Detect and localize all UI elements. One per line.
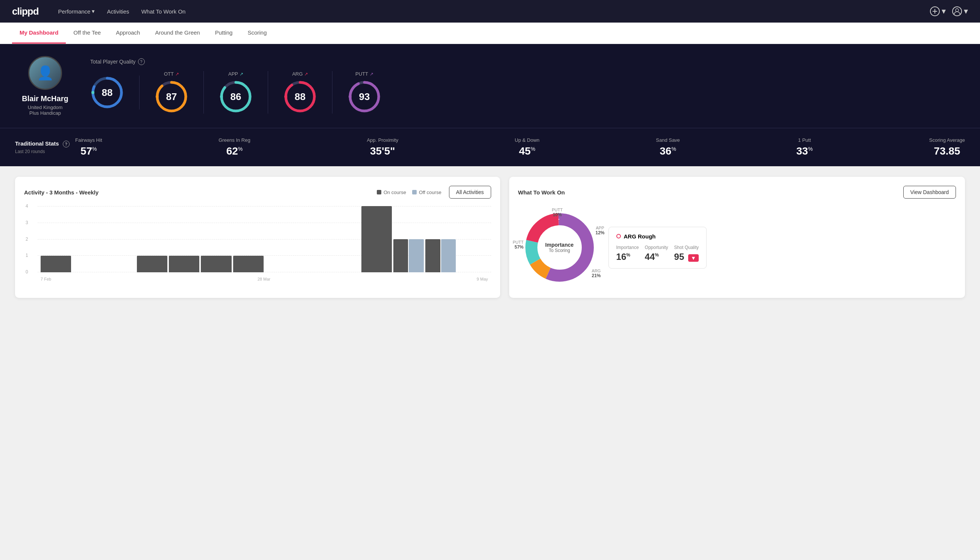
activity-chart-card: Activity - 3 Months - Weekly On course O… — [15, 177, 500, 298]
bar-group-6 — [233, 256, 264, 272]
detail-importance: Importance 16% — [616, 245, 639, 262]
off-course-dot — [412, 190, 417, 195]
bar-group-11 — [393, 239, 424, 272]
arrow-up-icon: ↗ — [240, 72, 243, 77]
arrow-up-icon: ↗ — [304, 72, 308, 77]
svg-point-4 — [955, 8, 958, 12]
tab-around-the-green[interactable]: Around the Green — [147, 23, 207, 43]
donut-label-ott: PUTT 10% — [552, 208, 563, 217]
chevron-down-icon: ▾ — [964, 7, 968, 16]
nav-what-to-work-on[interactable]: What To Work On — [141, 8, 186, 15]
stat-app-proximity: App. Proximity 35'5" — [367, 137, 398, 157]
tab-approach[interactable]: Approach — [108, 23, 147, 43]
detail-stats: Importance 16% Opportunity 44% Shot Qual… — [616, 245, 699, 262]
player-country: United Kingdom — [28, 105, 63, 110]
add-button[interactable]: ▾ — [930, 6, 946, 17]
detail-header: ARG Rough — [616, 233, 699, 240]
app-score-value: 86 — [231, 91, 241, 103]
score-putt: PUTT ↗ 93 — [333, 71, 396, 113]
bar-on-course — [201, 256, 231, 272]
work-card-header: What To Work On View Dashboard — [518, 186, 956, 198]
score-main: 88 — [90, 76, 140, 110]
work-card-title: What To Work On — [518, 189, 565, 195]
chevron-down-icon: ▾ — [942, 7, 946, 16]
work-body: Importance To Scoring PUTT 10% APP 12% A… — [518, 206, 956, 289]
stat-one-putt: 1 Putt 33% — [797, 137, 813, 157]
detail-status-dot — [616, 234, 621, 238]
bar-on-course — [233, 256, 264, 272]
score-ott: OTT ↗ 87 — [140, 71, 204, 113]
detail-opportunity: Opportunity 44% — [645, 245, 668, 262]
tab-scoring[interactable]: Scoring — [240, 23, 274, 43]
nav-actions: ▾ ▾ — [930, 6, 968, 17]
putt-score-value: 93 — [359, 91, 370, 103]
donut-chart: Importance To Scoring PUTT 10% APP 12% A… — [518, 206, 601, 289]
bar-off-course — [409, 239, 424, 272]
detail-name: ARG Rough — [624, 233, 656, 240]
bar-on-course — [41, 256, 71, 272]
brand-logo[interactable]: clippd — [12, 6, 39, 17]
ott-circle: 87 — [155, 80, 188, 113]
donut-label-app: APP 12% — [596, 226, 605, 235]
bars-container — [38, 206, 491, 272]
bar-group-3 — [137, 256, 167, 272]
player-card: 👤 Blair McHarg United Kingdom Plus Handi… — [15, 56, 75, 116]
tab-putting[interactable]: Putting — [208, 23, 240, 43]
tab-off-the-tee[interactable]: Off the Tee — [66, 23, 108, 43]
ott-score-value: 87 — [166, 91, 177, 103]
bar-group-4 — [169, 256, 199, 272]
svg-point-13 — [220, 95, 223, 98]
all-activities-button[interactable]: All Activities — [449, 186, 491, 198]
stat-sand-save: Sand Save 36% — [656, 137, 680, 157]
stats-subtitle: Last 20 rounds — [15, 149, 75, 154]
svg-point-16 — [284, 95, 287, 98]
on-course-dot — [377, 190, 381, 195]
bar-on-course — [137, 256, 167, 272]
chart-header: Activity - 3 Months - Weekly On course O… — [24, 186, 491, 198]
stat-fairways-hit: Fairways Hit 57% — [75, 137, 102, 157]
player-handicap: Plus Handicap — [29, 110, 61, 116]
top-navigation: clippd Performance ▾ Activities What To … — [0, 0, 980, 23]
stat-up-down: Up & Down 45% — [515, 137, 540, 157]
score-arg: ARG ↗ 88 — [268, 71, 333, 113]
bar-group-0 — [41, 256, 71, 272]
trad-stats-info-icon[interactable]: ? — [63, 141, 70, 147]
bar-group-10 — [361, 206, 392, 272]
view-dashboard-button[interactable]: View Dashboard — [903, 186, 956, 198]
shot-quality-badge: ▼ — [688, 254, 699, 262]
x-label-may: 9 May — [477, 277, 488, 281]
score-app: APP ↗ 86 — [204, 71, 268, 113]
scores-title: Total Player Quality ? — [90, 58, 965, 65]
nav-activities[interactable]: Activities — [107, 8, 129, 15]
user-menu[interactable]: ▾ — [952, 6, 968, 17]
bar-on-course — [169, 256, 199, 272]
what-to-work-on-card: What To Work On View Dashboard — [509, 177, 965, 298]
svg-point-19 — [349, 95, 352, 98]
main-circle: 88 — [90, 76, 124, 110]
info-icon[interactable]: ? — [138, 58, 145, 65]
bar-off-course — [441, 239, 456, 272]
svg-point-10 — [156, 95, 159, 98]
tab-my-dashboard[interactable]: My Dashboard — [12, 23, 66, 43]
chevron-down-icon: ▾ — [92, 8, 95, 15]
arg-circle: 88 — [283, 80, 317, 113]
bar-group-5 — [201, 256, 231, 272]
bar-on-course — [393, 239, 408, 272]
legend-off-course: Off course — [412, 190, 441, 195]
arrow-up-icon: ↗ — [175, 72, 179, 77]
stat-scoring-avg: Scoring Average 73.85 — [929, 137, 965, 157]
donut-label-arg: ARG 21% — [592, 268, 601, 278]
nav-performance[interactable]: Performance ▾ — [58, 8, 95, 15]
detail-panel: ARG Rough Importance 16% Opportunity 44% — [609, 227, 707, 268]
avatar: 👤 — [28, 56, 62, 90]
x-labels: 7 Feb 28 Mar 9 May — [38, 277, 491, 281]
content-area: Activity - 3 Months - Weekly On course O… — [0, 166, 980, 308]
chart-legend: On course Off course — [377, 190, 441, 195]
tab-bar: My Dashboard Off the Tee Approach Around… — [0, 23, 980, 44]
arrow-up-icon: ↗ — [369, 72, 373, 77]
legend-on-course: On course — [377, 190, 406, 195]
putt-circle: 93 — [348, 80, 381, 113]
stats-bar: Traditional Stats ? Last 20 rounds Fairw… — [0, 128, 980, 166]
donut-label-putt: PUTT 57% — [513, 240, 524, 250]
bar-on-course — [361, 206, 392, 272]
